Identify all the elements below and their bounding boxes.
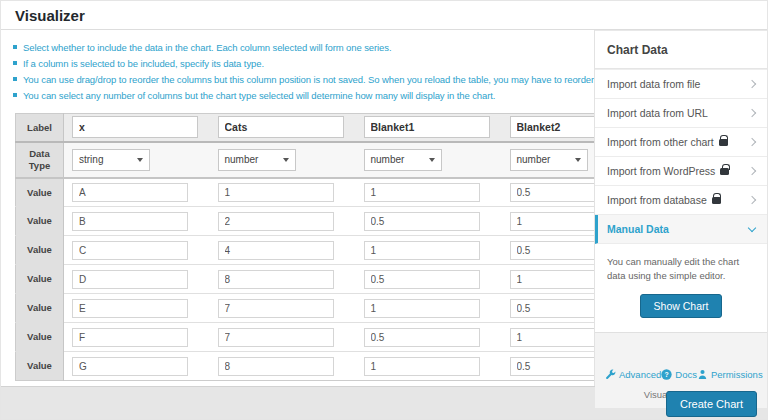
chevron-right-icon <box>748 166 756 174</box>
chevron-down-icon <box>748 223 756 231</box>
sidebar-item-manual-data[interactable]: Manual Data <box>595 215 767 244</box>
table-row-types: Data Type string number number number <box>16 142 595 178</box>
chevron-right-icon <box>748 79 756 87</box>
lock-icon <box>719 139 728 146</box>
cell-input[interactable] <box>72 241 188 260</box>
table-row: Value <box>16 178 595 207</box>
note-line: If a column is selected to be included, … <box>13 55 594 71</box>
row-header-value: Value <box>16 323 64 352</box>
cell-input[interactable] <box>72 357 188 376</box>
bullet-icon <box>13 61 17 65</box>
dropdown-arrow-icon <box>137 158 143 162</box>
row-header-type: Data Type <box>16 142 64 178</box>
cell-input[interactable] <box>218 270 334 289</box>
data-type-select[interactable]: number <box>510 149 588 171</box>
cell-input[interactable] <box>510 241 595 260</box>
sidebar-item-import-url[interactable]: Import data from URL <box>595 99 767 128</box>
cell-input[interactable] <box>364 212 480 231</box>
row-header-value: Value <box>16 352 64 381</box>
editor-pane: Select whether to include the data in th… <box>1 30 594 386</box>
cell-input[interactable] <box>218 241 334 260</box>
dropdown-arrow-icon <box>575 158 581 162</box>
wrench-icon <box>605 369 616 380</box>
cell-input[interactable] <box>72 299 188 318</box>
header-bar: Visualizer <box>1 1 767 30</box>
sidebar-title: Chart Data <box>595 31 767 69</box>
cell-input[interactable] <box>364 299 480 318</box>
bullet-icon <box>13 45 17 49</box>
show-chart-button[interactable]: Show Chart <box>640 294 723 318</box>
cell-input[interactable] <box>510 328 595 347</box>
svg-text:?: ? <box>665 370 669 377</box>
row-header-value: Value <box>16 265 64 294</box>
data-type-select[interactable]: number <box>218 149 296 171</box>
table-row: Value <box>16 352 595 381</box>
sidebar-item-import-wordpress[interactable]: Import from WordPress <box>595 157 767 186</box>
table-row: Value <box>16 207 595 236</box>
dropdown-arrow-icon <box>283 158 289 162</box>
cell-input[interactable] <box>364 357 480 376</box>
sidebar-item-import-database[interactable]: Import from database <box>595 186 767 215</box>
cell-input[interactable] <box>364 270 480 289</box>
sidebar-item-import-other-chart[interactable]: Import from other chart <box>595 128 767 157</box>
help-icon: ? <box>661 369 672 380</box>
chevron-right-icon <box>748 195 756 203</box>
cell-input[interactable] <box>218 328 334 347</box>
lock-icon <box>712 197 721 204</box>
cell-input[interactable] <box>72 270 188 289</box>
cell-input[interactable] <box>72 328 188 347</box>
bullet-icon <box>13 93 17 97</box>
cell-input[interactable] <box>218 299 334 318</box>
permissions-link[interactable]: Permissions <box>697 369 763 380</box>
chevron-right-icon <box>748 137 756 145</box>
table-row: Value <box>16 236 595 265</box>
table-row-labels: Label <box>16 114 595 142</box>
table-row: Value <box>16 294 595 323</box>
column-label-input[interactable] <box>218 116 344 138</box>
data-type-select[interactable]: number <box>364 149 442 171</box>
visualizer-window: Visualizer Select whether to include the… <box>0 0 768 420</box>
data-type-select[interactable]: string <box>72 149 150 171</box>
bullet-icon <box>13 77 17 81</box>
cell-input[interactable] <box>510 270 595 289</box>
row-header-value: Value <box>16 236 64 265</box>
cell-input[interactable] <box>510 183 595 202</box>
instruction-notes: Select whether to include the data in th… <box>13 39 594 103</box>
row-header-value: Value <box>16 294 64 323</box>
note-line: You can use drag/drop to reorder the col… <box>13 71 594 87</box>
lock-icon <box>720 168 729 175</box>
row-header-value: Value <box>16 207 64 236</box>
chart-data-table: Label Data Type string number number num… <box>15 113 594 381</box>
cell-input[interactable] <box>364 241 480 260</box>
create-chart-button[interactable]: Create Chart <box>666 391 757 417</box>
chevron-right-icon <box>748 108 756 116</box>
manual-data-description: You can manually edit the chart data usi… <box>595 244 767 288</box>
cell-input[interactable] <box>510 357 595 376</box>
cell-input[interactable] <box>510 299 595 318</box>
cell-input[interactable] <box>72 212 188 231</box>
cell-input[interactable] <box>218 357 334 376</box>
column-label-input[interactable] <box>72 116 198 138</box>
docs-link[interactable]: ? Docs <box>661 369 697 380</box>
advanced-link[interactable]: Advanced <box>605 369 661 380</box>
table-row: Value <box>16 323 595 352</box>
cell-input[interactable] <box>218 183 334 202</box>
person-icon <box>697 369 708 380</box>
row-header-value: Value <box>16 178 64 207</box>
row-header-label: Label <box>16 114 64 142</box>
cell-input[interactable] <box>364 183 480 202</box>
page-title: Visualizer <box>15 7 85 24</box>
dropdown-arrow-icon <box>429 158 435 162</box>
sidebar-item-import-file[interactable]: Import data from file <box>595 70 767 99</box>
note-line: You can select any number of columns but… <box>13 87 594 103</box>
cell-input[interactable] <box>510 212 595 231</box>
column-label-input[interactable] <box>510 116 595 138</box>
note-line: Select whether to include the data in th… <box>13 39 594 55</box>
chart-data-sidebar: Chart Data Import data from file Import … <box>594 30 767 386</box>
column-label-input[interactable] <box>364 116 490 138</box>
cell-input[interactable] <box>218 212 334 231</box>
cell-input[interactable] <box>364 328 480 347</box>
cell-input[interactable] <box>72 183 188 202</box>
table-row: Value <box>16 265 595 294</box>
